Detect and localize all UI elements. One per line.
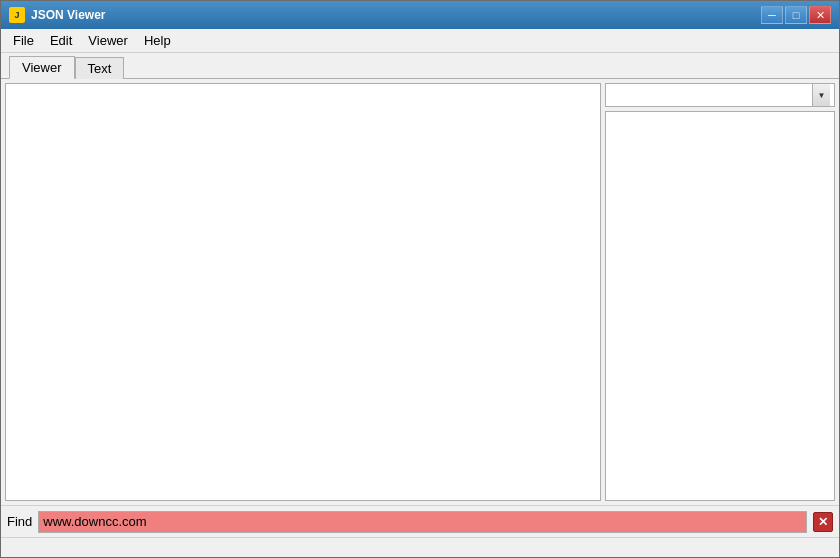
close-button[interactable]: ✕ (809, 6, 831, 24)
tabs-bar: Viewer Text (1, 53, 839, 79)
app-window: J JSON Viewer ─ □ ✕ File Edit Viewer Hel… (0, 0, 840, 558)
minimize-button[interactable]: ─ (761, 6, 783, 24)
app-icon: J (9, 7, 25, 23)
find-input[interactable] (38, 511, 807, 533)
find-bar: Find ✕ (1, 505, 839, 537)
menu-help[interactable]: Help (136, 31, 179, 50)
dropdown-arrow-icon: ▼ (812, 84, 830, 106)
json-tree-panel[interactable] (5, 83, 601, 501)
maximize-button[interactable]: □ (785, 6, 807, 24)
right-content-area (605, 111, 835, 501)
find-label: Find (7, 514, 32, 529)
window-controls: ─ □ ✕ (761, 6, 831, 24)
tab-text[interactable]: Text (75, 57, 125, 79)
find-close-button[interactable]: ✕ (813, 512, 833, 532)
tab-viewer[interactable]: Viewer (9, 56, 75, 79)
window-title: JSON Viewer (31, 8, 105, 22)
title-bar: J JSON Viewer ─ □ ✕ (1, 1, 839, 29)
dropdown-value (610, 84, 812, 106)
right-panel: ▼ (605, 83, 835, 501)
menu-bar: File Edit Viewer Help (1, 29, 839, 53)
title-bar-left: J JSON Viewer (9, 7, 105, 23)
right-dropdown[interactable]: ▼ (605, 83, 835, 107)
menu-viewer[interactable]: Viewer (80, 31, 136, 50)
status-bar (1, 537, 839, 557)
main-content: ▼ (1, 79, 839, 505)
menu-file[interactable]: File (5, 31, 42, 50)
menu-edit[interactable]: Edit (42, 31, 80, 50)
